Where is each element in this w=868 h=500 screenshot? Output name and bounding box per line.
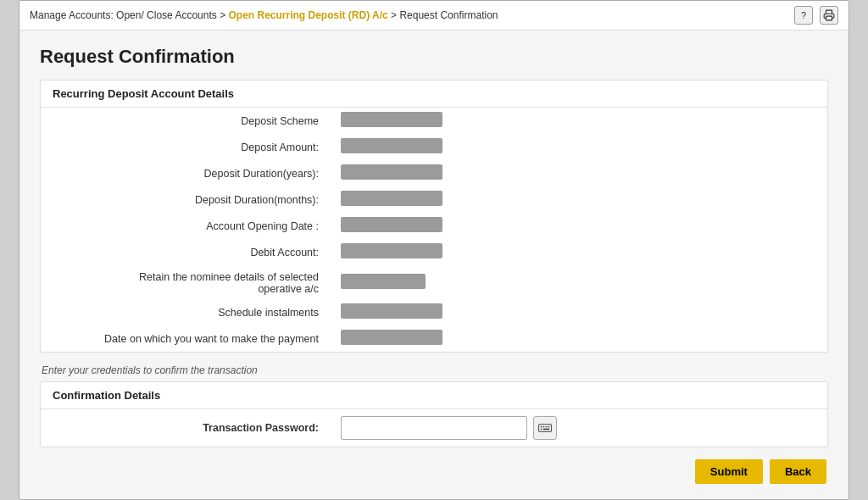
table-row: Debit Account: — [41, 239, 827, 265]
section2-header: Confirmation Details — [41, 382, 827, 409]
page-title: Request Confirmation — [40, 46, 828, 68]
footer-buttons: Submit Back — [40, 459, 828, 484]
topbar: Manage Accounts: Open/ Close Accounts > … — [19, 1, 849, 31]
table-row: Deposit Duration(months): — [41, 186, 827, 213]
transaction-password-input[interactable] — [341, 416, 527, 440]
field-value-deposit-amount — [329, 134, 827, 160]
help-icon[interactable]: ? — [794, 6, 813, 25]
table-row: Transaction Password: — [41, 409, 827, 447]
value-block — [341, 217, 442, 232]
svg-rect-1 — [539, 425, 552, 432]
print-icon[interactable] — [820, 6, 838, 25]
field-value-payment-date — [329, 325, 827, 352]
table-row: Deposit Scheme — [41, 108, 827, 134]
section1-header: Recurring Deposit Account Details — [41, 81, 827, 108]
value-block — [341, 303, 442, 319]
field-value-deposit-scheme — [329, 108, 827, 134]
field-value-nominee — [329, 265, 827, 299]
value-block — [341, 274, 426, 289]
breadcrumb: Manage Accounts: Open/ Close Accounts > … — [30, 9, 498, 21]
field-label-debit-account: Debit Account: — [41, 239, 329, 265]
field-label-deposit-scheme: Deposit Scheme — [41, 108, 329, 134]
field-value-deposit-duration-months — [329, 186, 827, 213]
field-label-deposit-duration-months: Deposit Duration(months): — [41, 186, 329, 213]
table-row: Retain the nominee details of selectedop… — [41, 265, 827, 299]
svg-rect-0 — [826, 16, 832, 20]
table-row: Deposit Duration(years): — [41, 160, 827, 186]
field-value-debit-account — [329, 239, 827, 265]
value-block — [341, 164, 442, 180]
field-label-transaction-password: Transaction Password: — [41, 409, 329, 447]
field-value-deposit-duration-years — [329, 160, 827, 186]
table-row: Account Opening Date : — [41, 213, 827, 239]
account-details-card: Recurring Deposit Account Details Deposi… — [40, 80, 828, 353]
confirmation-details-table: Transaction Password: — [41, 409, 827, 447]
field-label-nominee: Retain the nominee details of selectedop… — [41, 265, 329, 299]
account-details-table: Deposit Scheme Deposit Amount: Deposit D… — [41, 108, 827, 352]
field-label-account-opening-date: Account Opening Date : — [41, 213, 329, 239]
field-value-account-opening-date — [329, 213, 827, 239]
submit-button[interactable]: Submit — [695, 459, 763, 484]
value-block — [341, 243, 442, 258]
breadcrumb-part2: Open Recurring Deposit (RD) A/c — [228, 9, 387, 21]
field-label-deposit-duration-years: Deposit Duration(years): — [41, 160, 329, 186]
virtual-keyboard-icon[interactable] — [533, 416, 557, 440]
confirmation-details-card: Confirmation Details Transaction Passwor… — [40, 381, 828, 447]
field-label-deposit-amount: Deposit Amount: — [41, 134, 329, 160]
field-label-payment-date: Date on which you want to make the payme… — [41, 325, 329, 352]
value-block — [341, 191, 442, 206]
credentials-note: Enter your credentials to confirm the tr… — [40, 364, 828, 376]
breadcrumb-part1: Manage Accounts: Open/ Close Accounts > — [30, 9, 228, 21]
topbar-icons: ? — [794, 6, 838, 25]
breadcrumb-separator: > — [388, 9, 400, 21]
value-block — [341, 138, 442, 153]
table-row: Deposit Amount: — [41, 134, 827, 160]
field-label-schedule-instalments: Schedule instalments — [41, 299, 329, 325]
value-block — [341, 112, 442, 127]
field-value-transaction-password — [329, 409, 827, 447]
back-button[interactable]: Back — [770, 459, 826, 484]
value-block — [341, 330, 442, 345]
page-content: Request Confirmation Recurring Deposit A… — [19, 31, 849, 499]
breadcrumb-part3: Request Confirmation — [399, 9, 498, 21]
table-row: Schedule instalments — [41, 299, 827, 325]
table-row: Date on which you want to make the payme… — [41, 325, 827, 352]
field-value-schedule-instalments — [329, 299, 827, 325]
main-window: Manage Accounts: Open/ Close Accounts > … — [19, 0, 849, 500]
